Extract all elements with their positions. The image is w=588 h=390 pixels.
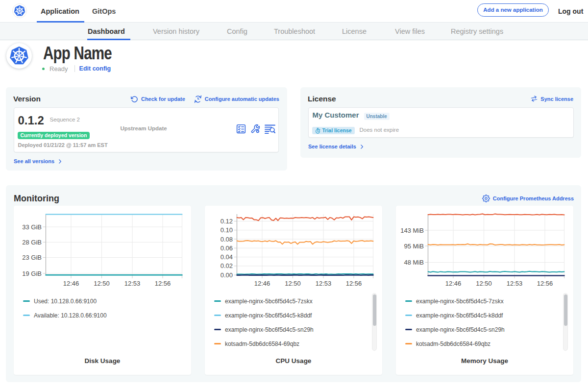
svg-text:23 GiB: 23 GiB: [22, 254, 42, 261]
svg-text:12:56: 12:56: [537, 280, 553, 287]
svg-text:0.04: 0.04: [220, 253, 233, 261]
svg-text:0.08: 0.08: [220, 236, 233, 243]
svg-text:0.00: 0.00: [220, 271, 233, 279]
svg-text:12:56: 12:56: [155, 280, 171, 287]
svg-text:12:46: 12:46: [254, 280, 270, 287]
svg-text:19 GiB: 19 GiB: [22, 270, 42, 277]
svg-text:95 MiB: 95 MiB: [404, 243, 424, 250]
svg-text:12:56: 12:56: [346, 280, 362, 287]
svg-text:12:46: 12:46: [445, 280, 462, 287]
svg-text:12:50: 12:50: [285, 280, 301, 287]
svg-text:0.06: 0.06: [220, 244, 233, 252]
svg-text:0.02: 0.02: [220, 262, 233, 269]
svg-text:12:46: 12:46: [63, 280, 79, 287]
svg-text:48 MiB: 48 MiB: [404, 259, 424, 266]
svg-text:12:53: 12:53: [316, 280, 332, 287]
svg-text:143 MiB: 143 MiB: [400, 227, 424, 234]
svg-text:12:53: 12:53: [507, 280, 523, 287]
svg-text:0.10: 0.10: [220, 226, 233, 234]
svg-text:33 GiB: 33 GiB: [22, 223, 42, 231]
svg-text:12:53: 12:53: [124, 280, 141, 287]
svg-text:0.12: 0.12: [220, 218, 233, 225]
svg-text:28 GiB: 28 GiB: [22, 239, 42, 246]
svg-text:12:50: 12:50: [94, 280, 110, 287]
svg-text:12:50: 12:50: [476, 280, 492, 287]
